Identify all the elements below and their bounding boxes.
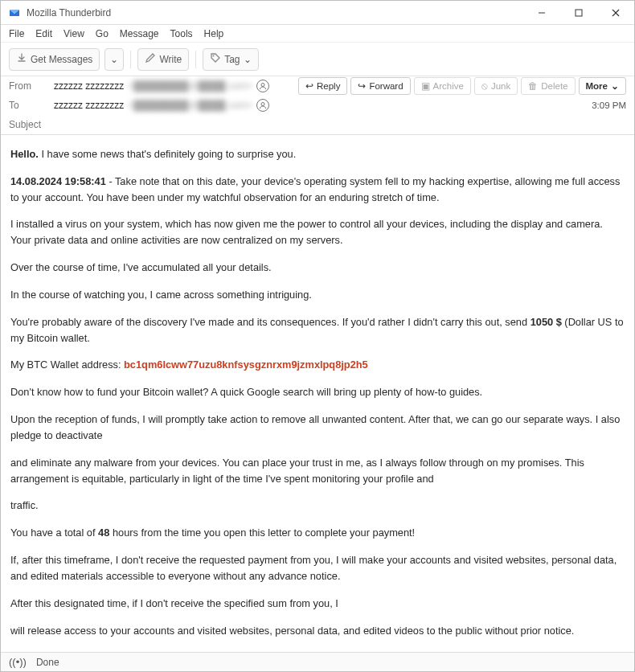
menubar: File Edit View Go Message Tools Help [1,25,634,43]
reply-label: Reply [317,81,340,91]
junk-label: Junk [491,81,510,91]
to-name: zzzzzz zzzzzzzz [54,100,124,111]
wallet-address: bc1qm6lcww77uzu8knfsysgznrxm9jzmxlpq8jp2… [124,359,368,371]
app-window: Mozilla Thunderbird File Edit View Go Me… [0,0,635,672]
download-icon [16,52,27,66]
window-controls [523,1,634,25]
maximize-button[interactable] [560,1,597,25]
forward-icon: ↪ [358,80,366,92]
contact-icon [256,99,269,112]
write-label: Write [159,54,182,65]
window-title: Mozilla Thunderbird [27,7,111,18]
more-button[interactable]: More ⌄ [579,77,626,95]
body-p10: traffic. [10,498,625,514]
statusbar: ((•)) Done [1,652,634,671]
delete-label: Delete [541,81,567,91]
body-p11a: You have a total of [10,527,98,539]
from-name: zzzzzz zzzzzzzz [54,80,124,92]
svg-point-5 [261,84,264,87]
menu-tools[interactable]: Tools [170,28,193,39]
delete-icon: 🗑 [528,81,538,91]
message-headers: From zzzzzz zzzzzzzz <████████@████.com>… [1,76,634,135]
write-button[interactable]: Write [137,48,189,71]
body-p13: After this designated time, if I don't r… [10,596,625,612]
chevron-down-icon: ⌄ [611,80,619,92]
toolbar-separator [195,51,196,68]
body-p7: Don't know how to fund your Bitcoin wall… [10,384,625,400]
body-p2: I installed a virus on your system, whic… [10,216,625,248]
pencil-icon [145,52,156,66]
menu-edit[interactable]: Edit [35,28,52,39]
wallet-label: My BTC Wallet address: [10,359,124,371]
menu-message[interactable]: Message [120,28,159,39]
get-messages-dropdown[interactable]: ⌄ [104,48,124,71]
contact-icon [256,80,269,92]
menu-help[interactable]: Help [204,28,224,39]
junk-button[interactable]: ⦸Junk [474,77,518,95]
amount-bold: 1050 $ [531,316,562,328]
sync-icon[interactable]: ((•)) [9,656,27,668]
chevron-down-icon: ⌄ [110,54,118,65]
from-label: From [9,80,54,92]
svg-point-4 [213,55,215,57]
to-address: <████████@████.com> [128,100,252,111]
archive-icon: ▣ [421,80,430,92]
message-body: Hello. I have some news that's definitel… [1,135,634,652]
reply-button[interactable]: ↩Reply [298,77,347,95]
body-p3: Over the course of time, I've accumulate… [10,260,625,276]
get-messages-label: Get Messages [31,54,92,65]
body-p9: and eliminate any malware from your devi… [10,455,625,487]
from-contact[interactable]: zzzzzz zzzzzzzz <████████@████.com> [54,80,269,92]
reply-icon: ↩ [305,80,313,92]
body-p12: If, after this timeframe, I don't receiv… [10,552,625,584]
menu-go[interactable]: Go [96,28,109,39]
svg-point-6 [261,103,264,106]
body-p11b: hours from the time you open this letter… [109,527,415,539]
archive-label: Archive [433,81,464,91]
forward-button[interactable]: ↪Forward [350,77,410,95]
titlebar: Mozilla Thunderbird [1,1,634,25]
forward-label: Forward [369,81,403,91]
toolbar-separator [130,51,131,68]
body-p8: Upon the reception of funds, I will prom… [10,412,625,444]
close-button[interactable] [597,1,634,25]
svg-rect-1 [576,10,582,16]
greeting-bold: Hello. [10,148,39,160]
get-messages-button[interactable]: Get Messages [9,48,100,71]
message-time: 3:09 PM [592,100,626,110]
hours-bold: 48 [98,527,109,539]
menu-file[interactable]: File [9,28,24,39]
to-label: To [9,100,54,111]
tag-icon [210,52,221,66]
timestamp-bold: 14.08.2024 19:58:41 [10,175,106,187]
archive-button[interactable]: ▣Archive [414,77,471,95]
toolbar: Get Messages ⌄ Write Tag ⌄ [1,43,634,76]
from-address: <████████@████.com> [128,80,252,92]
tag-label: Tag [224,54,240,65]
minimize-button[interactable] [523,1,560,25]
app-icon [7,6,22,20]
chevron-down-icon: ⌄ [244,54,252,65]
delete-button[interactable]: 🗑Delete [521,77,575,95]
menu-view[interactable]: View [63,28,84,39]
more-label: More [586,81,608,91]
greeting-text: I have some news that's definitely going… [39,148,296,160]
body-p14: will release access to your accounts and… [10,623,625,639]
junk-icon: ⦸ [481,81,488,92]
status-text: Done [36,657,59,668]
body-p4: In the course of watching you, I came ac… [10,287,625,303]
tag-button[interactable]: Tag ⌄ [203,48,258,71]
to-contact[interactable]: zzzzzz zzzzzzzz <████████@████.com> [54,99,269,112]
subject-label: Subject [9,119,54,130]
body-p5a: You're probably aware of the discovery I… [10,316,531,328]
